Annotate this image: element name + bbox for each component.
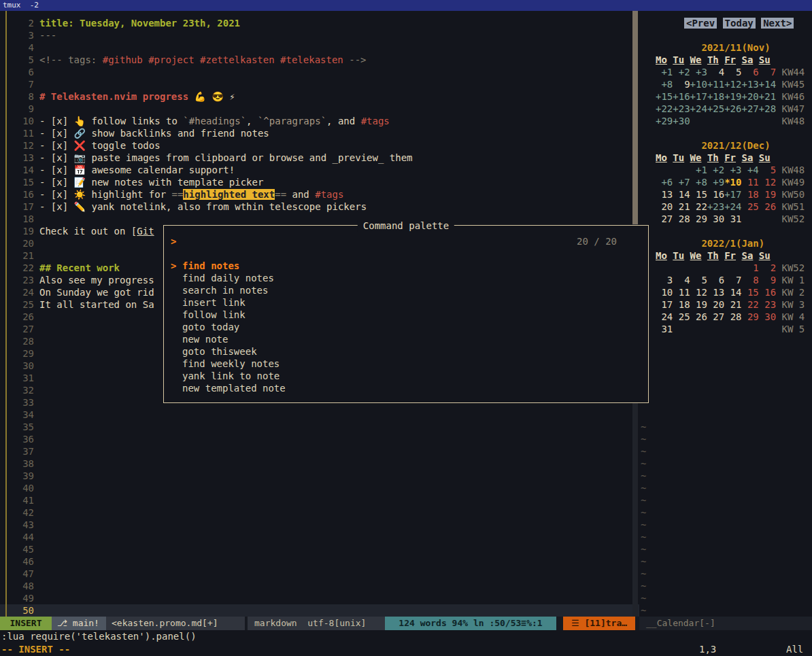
calendar-day[interactable]: +26 (724, 103, 741, 114)
editor-line-42[interactable]: 42 (0, 506, 639, 519)
calendar-day[interactable]: 16 (764, 287, 776, 298)
calendar-day[interactable]: 25 (679, 311, 690, 322)
editor-line-47[interactable]: 47 (0, 568, 639, 580)
editor-line-18[interactable]: 18 (0, 213, 639, 225)
calendar-day[interactable]: +3 (696, 67, 707, 77)
editor-line-36[interactable]: 36 (0, 433, 639, 445)
calendar-day[interactable]: 6 (719, 275, 724, 286)
calendar-day[interactable]: +29 (656, 116, 673, 126)
editor-line-40[interactable]: 40 (0, 482, 639, 494)
editor-line-34[interactable]: 34 (0, 409, 639, 421)
calendar-day[interactable]: +4 (747, 165, 759, 175)
calendar-day[interactable]: 20 (713, 299, 724, 310)
calendar-day[interactable]: +18 (707, 91, 724, 102)
calendar-day[interactable]: 25 (747, 201, 759, 212)
calendar-day[interactable]: 14 (730, 287, 742, 298)
calendar-day[interactable]: 22 (696, 201, 707, 212)
prev-button[interactable]: <Prev (684, 18, 717, 29)
editor-line-35[interactable]: 35 (0, 421, 639, 433)
calendar-day-today[interactable]: *10 (724, 177, 741, 188)
editor-line-38[interactable]: 38 (0, 458, 639, 470)
editor-line-6[interactable]: 6 (0, 66, 639, 78)
editor-line-2[interactable]: 2title: Tuesday, November 23th, 2021 (0, 17, 639, 29)
calendar-day[interactable]: 12 (696, 287, 707, 298)
editor-line-16[interactable]: 16- [x] ☀️ highlight for ==highlighted t… (0, 188, 639, 201)
editor-line-41[interactable]: 41 (0, 494, 639, 506)
editor-line-3[interactable]: 3--- (0, 29, 639, 41)
calendar-day[interactable]: 11 (747, 177, 759, 188)
calendar-day[interactable]: 30 (713, 213, 724, 224)
calendar-day[interactable]: 18 (679, 299, 690, 310)
calendar-day[interactable]: 23 (764, 299, 776, 310)
editor-line-46[interactable]: 46 (0, 555, 639, 568)
calendar-day[interactable]: 1 (753, 262, 758, 273)
editor-line-8[interactable]: 8# Telekasten.nvim progress 💪 😎 ⚡ (0, 90, 639, 103)
calendar-day[interactable]: +6 (661, 177, 673, 188)
palette-item[interactable]: yank link to note (171, 370, 641, 382)
calendar-day[interactable]: 16 (713, 189, 724, 200)
palette-item[interactable]: insert link (171, 296, 641, 309)
calendar-day[interactable]: 29 (696, 213, 707, 224)
calendar-day[interactable]: +19 (724, 91, 741, 102)
calendar-day[interactable]: 11 (679, 287, 690, 298)
calendar-day[interactable]: +14 (759, 79, 776, 90)
palette-item[interactable]: search in notes (171, 284, 641, 296)
calendar-day[interactable]: 5 (701, 275, 707, 286)
calendar-day[interactable]: +22 (656, 103, 673, 114)
editor-line-15[interactable]: 15- [x] 📝 new notes with template picker (0, 176, 639, 188)
calendar-day[interactable]: 7 (771, 67, 776, 77)
editor-line-43[interactable]: 43 (0, 519, 639, 531)
calendar-day[interactable]: 10 (661, 287, 673, 298)
calendar-day[interactable]: +3 (730, 165, 742, 175)
command-line[interactable]: :lua require('telekasten').panel() (0, 630, 812, 643)
link-text[interactable]: Git (137, 226, 154, 237)
calendar-day[interactable]: 28 (730, 311, 742, 322)
calendar-day[interactable]: +17 (724, 189, 741, 200)
calendar-day[interactable]: 15 (747, 287, 759, 298)
editor-line-44[interactable]: 44 (0, 531, 639, 543)
editor-line-39[interactable]: 39 (0, 470, 639, 482)
calendar-day[interactable]: 8 (753, 275, 758, 286)
calendar-day[interactable]: +28 (759, 103, 776, 114)
calendar-day[interactable]: 27 (661, 213, 673, 224)
calendar-day[interactable]: 19 (764, 189, 776, 200)
calendar-day[interactable]: 27 (713, 311, 724, 322)
calendar-day[interactable]: +30 (673, 116, 690, 126)
calendar-day[interactable]: +13 (741, 79, 758, 90)
calendar-day[interactable]: 31 (661, 324, 673, 334)
calendar-day[interactable]: 4 (719, 67, 724, 77)
calendar-day[interactable]: 5 (771, 165, 776, 175)
calendar-day[interactable]: 30 (764, 311, 776, 322)
palette-item[interactable]: new note (171, 333, 641, 345)
calendar-day[interactable]: 19 (696, 299, 707, 310)
calendar-day[interactable]: 3 (667, 275, 673, 286)
calendar-day[interactable]: +8 (661, 79, 673, 90)
calendar-day[interactable]: 9 (684, 79, 690, 90)
editor-line-11[interactable]: 11- [x] 🔗 show backlinks and friend note… (0, 127, 639, 139)
editor-line-50[interactable]: 50 (0, 604, 639, 617)
calendar-day[interactable]: +25 (707, 103, 724, 114)
palette-prompt-input[interactable]: > 20 / 20 (171, 235, 641, 247)
calendar-day[interactable]: 12 (764, 177, 776, 188)
calendar-day[interactable]: 9 (771, 275, 776, 286)
calendar-day[interactable]: 24 (661, 311, 673, 322)
calendar-day[interactable]: 14 (679, 189, 690, 200)
calendar-day[interactable]: 20 (661, 201, 673, 212)
calendar-day[interactable]: 13 (713, 287, 724, 298)
calendar-day[interactable]: 18 (747, 189, 759, 200)
today-button[interactable]: Today (723, 18, 756, 29)
editor-line-14[interactable]: 14- [x] 📅 awesome calendar support! (0, 164, 639, 176)
calendar-day[interactable]: 17 (661, 299, 673, 310)
editor-line-10[interactable]: 10- [x] 👆 follow links to `#headings`, `… (0, 115, 639, 127)
calendar-day[interactable]: 7 (736, 275, 741, 286)
editor-line-48[interactable]: 48 (0, 580, 639, 592)
calendar-day[interactable]: 6 (753, 67, 758, 77)
calendar-day[interactable]: 22 (747, 299, 759, 310)
calendar-day[interactable]: +17 (690, 91, 707, 102)
palette-item[interactable]: goto today (171, 321, 641, 333)
calendar-day[interactable]: +23 (673, 103, 690, 114)
calendar-day[interactable]: 5 (736, 67, 741, 77)
calendar-day[interactable]: +1 (696, 165, 707, 175)
editor-line-5[interactable]: 5<!-- tags: #github #project #zettelkast… (0, 54, 639, 66)
editor-line-4[interactable]: 4 (0, 41, 639, 54)
